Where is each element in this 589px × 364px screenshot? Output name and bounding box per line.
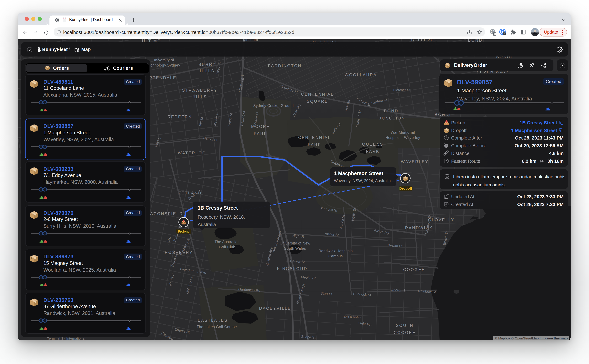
svg-text:COOGEE: COOGEE [403,267,425,272]
svg-text:Hospital – Waverley: Hospital – Waverley [385,135,420,140]
svg-text:EACONSFIELD: EACONSFIELD [147,211,183,216]
svg-text:KINGSFORD: KINGSFORD [277,266,307,271]
svg-text:DACEYVILLE: DACEYVILLE [259,306,291,310]
svg-text:WATERLOO: WATERLOO [178,150,206,155]
svg-text:Terminal 3 - International: Terminal 3 - International [47,337,85,340]
svg-text:Museum: Museum [243,39,258,42]
svg-text:REDFERN: REDFERN [167,114,192,119]
svg-text:BONDI: BONDI [468,39,484,42]
svg-text:South Wales: South Wales [284,246,306,250]
svg-text:The Australian: The Australian [214,240,239,244]
svg-text:Sydney Cricket Ground: Sydney Cricket Ground [253,103,294,108]
svg-text:Fletcher St: Fletcher St [393,88,410,91]
svg-text:OR's Mess: OR's Mess [344,315,361,318]
svg-text:HILLS: HILLS [200,68,214,73]
svg-text:University of: University of [152,58,174,62]
svg-text:WAVERLEY: WAVERLEY [401,159,429,164]
svg-text:BONDI: BONDI [384,109,400,113]
svg-text:PARK: PARK [366,149,379,153]
svg-text:JUNCTION: JUNCTION [379,116,405,120]
svg-text:Randwick Hospitals: Randwick Hospitals [318,249,353,253]
svg-text:CENTENNIAL: CENTENNIAL [301,92,334,96]
svg-text:BELLEVUE: BELLEVUE [411,39,438,42]
svg-text:The Lakes Golf Course: The Lakes Golf Course [197,325,237,329]
svg-text:CENTENNIAL: CENTENNIAL [298,135,331,140]
svg-text:SURRY: SURRY [198,62,216,66]
svg-text:COOGEE: COOGEE [394,330,416,335]
svg-text:Campus: Campus [328,254,343,258]
svg-text:University of New: University of New [280,241,310,245]
svg-text:Golf Club: Golf Club [219,245,235,249]
svg-text:War Memorial: War Memorial [391,130,415,134]
svg-text:EASTLAKES: EASTLAKES [198,318,228,322]
svg-text:PARK: PARK [254,131,267,136]
svg-text:IPPENDALE: IPPENDALE [147,75,177,80]
svg-text:CLOVELLY: CLOVELLY [428,217,455,222]
svg-text:QUEENS: QUEENS [362,142,384,146]
svg-text:PADDINGTON: PADDINGTON [268,63,302,68]
svg-text:ROSEBERY: ROSEBERY [165,250,193,254]
svg-text:Technology Sydney: Technology Sydney [146,63,180,67]
svg-text:STRAWBERRY: STRAWBERRY [182,88,217,92]
svg-text:HILLS: HILLS [192,94,207,99]
svg-text:SOUTH: SOUTH [396,323,414,327]
svg-text:SQUARE: SQUARE [307,99,328,103]
svg-text:WOOLLAHRA: WOOLLAHRA [344,72,377,77]
svg-text:PARK: PARK [308,142,321,147]
